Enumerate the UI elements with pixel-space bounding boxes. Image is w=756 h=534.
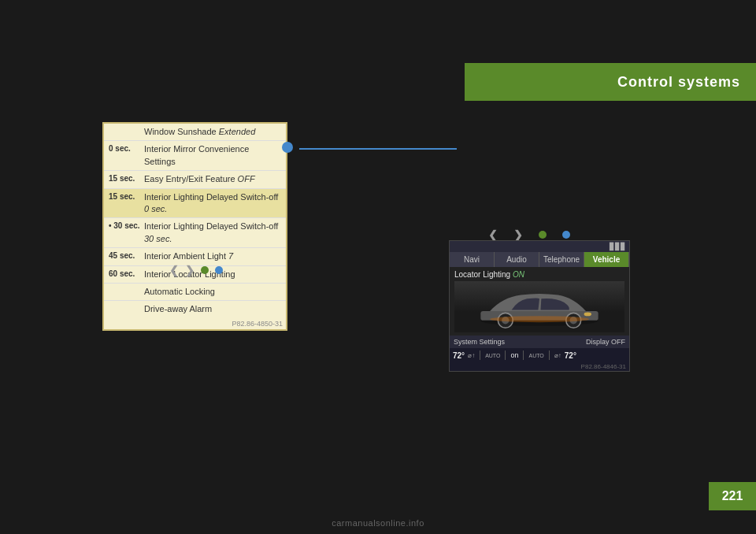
header-banner: Control systems xyxy=(465,63,756,101)
right-prev-arrow[interactable]: ❮ xyxy=(488,228,498,241)
menu-item-3[interactable]: 15 sec.Interior Lighting Delayed Switch-… xyxy=(104,189,286,219)
right-green-dot[interactable] xyxy=(539,231,547,239)
svg-point-6 xyxy=(490,316,589,322)
fan-icon-right[interactable]: ⌀↑ xyxy=(554,352,561,359)
menu-item-4[interactable]: • 30 sec.Interior Lighting Delayed Switc… xyxy=(104,218,286,248)
menu-item-time-3: 15 sec. xyxy=(109,191,144,216)
settings-menu-panel: Window Sunshade Extended0 sec.Interior M… xyxy=(102,122,287,331)
menu-item-text-4: Interior Lighting Delayed Switch-off 30 … xyxy=(144,221,281,245)
right-next-arrow[interactable]: ❯ xyxy=(513,228,523,241)
menu-item-time-5: 45 sec. xyxy=(109,250,144,262)
tab-navi[interactable]: Navi xyxy=(450,252,495,267)
right-blue-dot[interactable] xyxy=(562,231,570,239)
separator-2 xyxy=(505,350,506,360)
header-title: Control systems xyxy=(617,74,740,91)
locator-lighting-text: Locator Lighting ON xyxy=(454,270,624,279)
auto-icon-2[interactable]: AUTO xyxy=(528,353,543,358)
menu-item-text-2: Easy Entry/Exit Feature OFF xyxy=(144,173,281,185)
left-prev-arrow[interactable]: ❮ xyxy=(169,264,179,276)
menu-item-7[interactable]: Automatic Locking xyxy=(104,284,286,301)
temp-right: 72° xyxy=(565,351,576,360)
system-settings-label[interactable]: System Settings xyxy=(454,338,505,346)
watermark: carmanualsonline.info xyxy=(332,518,424,528)
menu-item-time-2: 15 sec. xyxy=(109,173,144,185)
screen-footer-controls: 72° ⌀↑ AUTO on AUTO ⌀↑ 72° xyxy=(450,348,629,362)
menu-item-text-7: Automatic Locking xyxy=(144,286,281,298)
menu-item-0[interactable]: Window Sunshade Extended xyxy=(104,124,286,141)
temp-left: 72° xyxy=(453,351,465,360)
menu-item-2[interactable]: 15 sec.Easy Entry/Exit Feature OFF xyxy=(104,171,286,188)
separator-1 xyxy=(480,350,480,360)
page-number-text: 221 xyxy=(722,489,743,503)
menu-item-time-4: • 30 sec. xyxy=(109,221,144,245)
tab-audio[interactable]: Audio xyxy=(495,252,539,267)
left-green-dot[interactable] xyxy=(201,266,209,274)
on-label[interactable]: on xyxy=(510,351,518,359)
menu-item-1[interactable]: 0 sec.Interior Mirror Convenience Settin… xyxy=(104,141,286,171)
separator-4 xyxy=(549,350,550,360)
left-nav-arrows: ❮ ❯ xyxy=(169,264,223,276)
separator-3 xyxy=(523,350,524,360)
menu-item-text-3: Interior Lighting Delayed Switch-off 0 s… xyxy=(144,191,281,216)
screen-content: Locator Lighting ON xyxy=(450,267,629,336)
display-screen: ▊▊▊ Navi Audio Telephone Vehicle Locator… xyxy=(449,240,630,372)
display-off-label[interactable]: Display OFF xyxy=(586,338,625,346)
svg-point-7 xyxy=(584,313,591,317)
menu-item-time-8 xyxy=(109,303,144,315)
left-blue-dot[interactable] xyxy=(215,266,223,274)
menu-item-text-1: Interior Mirror Convenience Settings xyxy=(144,143,281,168)
right-nav-arrows: ❮ ❯ xyxy=(488,228,570,241)
tab-telephone[interactable]: Telephone xyxy=(539,252,584,267)
menu-footer-code: P82.86-4850-31 xyxy=(232,320,283,328)
menu-item-text-0: Window Sunshade Extended xyxy=(144,126,281,138)
menu-item-time-6: 60 sec. xyxy=(109,269,144,280)
screen-topbar: ▊▊▊ xyxy=(450,241,629,252)
menu-item-time-0 xyxy=(109,126,144,138)
signal-icon: ▊▊▊ xyxy=(610,243,626,250)
menu-item-8[interactable]: Drive-away Alarm xyxy=(104,301,286,317)
car-image xyxy=(454,281,624,332)
screen-footer-code: P82.86-4846-31 xyxy=(450,362,629,371)
screen-bottom-row: System Settings Display OFF xyxy=(450,336,629,348)
page-number-badge: 221 xyxy=(709,482,756,510)
auto-icon[interactable]: AUTO xyxy=(485,353,500,358)
menu-item-time-7 xyxy=(109,286,144,298)
menu-item-text-5: Interior Ambient Light 7 xyxy=(144,250,281,262)
blue-indicator-dot xyxy=(282,142,293,153)
screen-tabs: Navi Audio Telephone Vehicle xyxy=(450,252,629,267)
tab-vehicle[interactable]: Vehicle xyxy=(584,252,629,267)
left-next-arrow[interactable]: ❯ xyxy=(185,264,195,276)
fan-icon-left[interactable]: ⌀↑ xyxy=(468,352,475,359)
menu-panel-footer: P82.86-4850-31 xyxy=(104,318,286,329)
blue-indicator-line xyxy=(299,148,457,150)
menu-item-text-8: Drive-away Alarm xyxy=(144,303,281,315)
menu-item-time-1: 0 sec. xyxy=(109,143,144,168)
